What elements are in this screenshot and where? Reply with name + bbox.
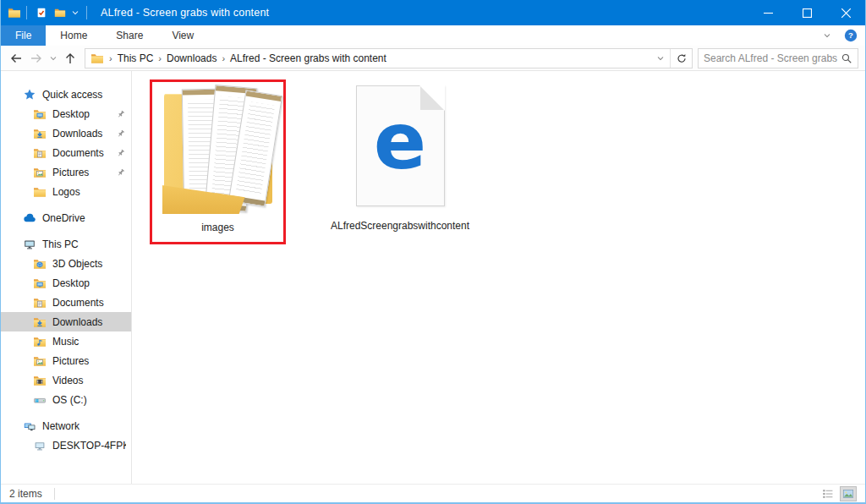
search-box <box>698 48 858 68</box>
breadcrumb-item-downloads[interactable]: Downloads <box>163 52 220 64</box>
sidebar-item-logos[interactable]: Logos <box>1 182 131 201</box>
folder-videos-icon <box>33 374 47 387</box>
sidebar-item-desktop-pc[interactable]: Desktop <box>1 273 131 293</box>
sidebar-item-this-pc[interactable]: This PC <box>1 234 131 254</box>
minimize-button[interactable] <box>748 0 787 25</box>
breadcrumb-separator: › <box>156 53 163 63</box>
sidebar-item-documents[interactable]: Documents <box>1 143 131 162</box>
folder-icon <box>33 185 47 199</box>
folder-pictures-icon <box>33 166 47 179</box>
search-icon[interactable] <box>841 52 852 64</box>
titlebar-separator <box>86 6 87 19</box>
sidebar-item-desktop-4fpk5a9[interactable]: DESKTOP-4FPK5A9 <box>1 436 131 455</box>
folder-documents-icon <box>33 296 47 310</box>
folder-3d-objects-icon <box>33 257 47 271</box>
pin-icon <box>116 167 126 178</box>
sidebar-item-pictures-pc[interactable]: Pictures <box>1 351 131 370</box>
statusbar-divider <box>54 488 55 500</box>
sidebar-item-desktop[interactable]: Desktop <box>1 104 131 123</box>
sidebar-item-downloads[interactable]: Downloads <box>1 123 131 143</box>
folder-downloads-icon <box>33 127 47 140</box>
title-bar: ALfred - Screen grabs with content <box>1 0 865 25</box>
up-button[interactable] <box>61 49 79 68</box>
folder-pictures-icon <box>33 354 47 368</box>
sidebar-item-3d-objects[interactable]: 3D Objects <box>1 254 131 273</box>
breadcrumb-item-current-folder[interactable]: ALfred - Screen grabs with content <box>227 52 390 64</box>
navigation-pane: Quick access Desktop Downloads Documents… <box>1 71 132 484</box>
file-list-area: images e ALfredScreengrabswithcontent <box>132 71 865 484</box>
tab-share[interactable]: Share <box>101 25 157 46</box>
sidebar-item-documents-pc[interactable]: Documents <box>1 293 131 312</box>
sidebar-item-network[interactable]: Network <box>1 416 131 436</box>
tab-view[interactable]: View <box>157 25 208 46</box>
large-thumbnails-view-button[interactable] <box>840 486 857 501</box>
recent-locations-button[interactable] <box>47 49 59 68</box>
qat-properties-button[interactable] <box>32 3 51 22</box>
details-view-button[interactable] <box>819 486 836 501</box>
computer-icon <box>23 238 36 251</box>
folder-desktop-icon <box>33 277 47 290</box>
breadcrumb-separator: › <box>107 53 114 63</box>
highlight-box: images <box>150 79 286 244</box>
folder-music-icon <box>33 335 47 348</box>
items-count: 2 items <box>9 488 42 500</box>
chevron-down-icon[interactable] <box>814 25 840 46</box>
sidebar-item-onedrive[interactable]: OneDrive <box>1 208 131 227</box>
status-bar: 2 items <box>1 484 865 502</box>
tab-home[interactable]: Home <box>46 25 101 46</box>
refresh-button[interactable] <box>670 49 692 68</box>
folder-with-content-icon <box>159 86 277 215</box>
window-title: ALfred - Screen grabs with content <box>101 7 269 19</box>
file-tile-alfredscreengrabs[interactable]: e ALfredScreengrabswithcontent <box>332 79 468 233</box>
qat-new-folder-button[interactable] <box>51 3 69 22</box>
edge-logo-icon: e <box>374 103 426 181</box>
navigation-bar: › This PC › Downloads › ALfred - Screen … <box>1 46 865 71</box>
help-button[interactable] <box>840 25 862 46</box>
maximize-button[interactable] <box>787 0 826 25</box>
sidebar-item-pictures[interactable]: Pictures <box>1 162 131 182</box>
forward-button[interactable] <box>27 49 46 68</box>
search-input[interactable] <box>704 52 841 64</box>
folder-icon <box>8 6 21 19</box>
sidebar-item-videos[interactable]: Videos <box>1 370 131 390</box>
sidebar-item-downloads-pc[interactable]: Downloads <box>1 312 131 331</box>
folder-icon <box>90 52 104 65</box>
address-dropdown-button[interactable] <box>651 53 670 63</box>
back-button[interactable] <box>7 49 25 68</box>
onedrive-cloud-icon <box>23 211 36 225</box>
file-tile-images[interactable]: images <box>152 82 283 242</box>
file-label: ALfredScreengrabswithcontent <box>331 220 469 232</box>
titlebar-separator <box>26 6 27 19</box>
breadcrumb-item-this-pc[interactable]: This PC <box>114 52 157 64</box>
sidebar-item-quick-access[interactable]: Quick access <box>1 85 131 104</box>
os-drive-icon <box>33 393 47 407</box>
sidebar-item-os-c[interactable]: OS (C:) <box>1 390 131 409</box>
network-icon <box>23 419 36 433</box>
ribbon-tab-row: File Home Share View <box>1 25 865 46</box>
pin-icon <box>116 129 126 139</box>
folder-documents-icon <box>33 146 47 160</box>
tab-file[interactable]: File <box>1 25 46 46</box>
file-explorer-window: ALfred - Screen grabs with content File … <box>0 0 866 504</box>
file-label: images <box>201 222 234 233</box>
pin-icon <box>116 148 126 158</box>
breadcrumb-separator: › <box>220 53 227 63</box>
address-bar[interactable]: › This PC › Downloads › ALfred - Screen … <box>85 48 693 68</box>
network-computer-icon <box>33 439 47 452</box>
quick-access-star-icon <box>23 88 36 101</box>
sidebar-item-music[interactable]: Music <box>1 331 131 351</box>
qat-customize-button[interactable] <box>69 3 81 22</box>
edge-html-file-icon: e <box>356 85 445 206</box>
pin-icon <box>116 109 126 119</box>
folder-downloads-icon <box>33 315 47 329</box>
folder-desktop-icon <box>33 107 47 121</box>
close-button[interactable] <box>826 0 865 25</box>
